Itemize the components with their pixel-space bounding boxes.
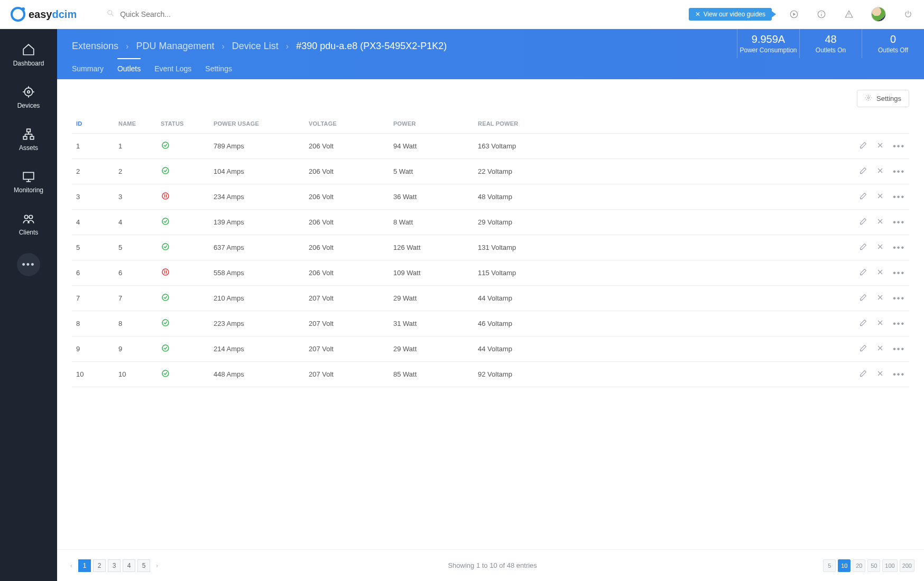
edit-icon[interactable]	[859, 192, 867, 202]
video-guide-label: View our video guides	[704, 11, 765, 18]
edit-icon[interactable]	[859, 141, 867, 151]
search-input[interactable]	[120, 10, 226, 18]
table-row: 22104 Amps206 Volt5 Watt22 Voltamp•••	[72, 159, 909, 184]
breadcrumb-item[interactable]: PDU Management	[136, 41, 214, 52]
tab-event-logs[interactable]: Event Logs	[154, 58, 191, 79]
sidebar-item-dashboard[interactable]: Dashboard	[0, 39, 57, 71]
cell-status	[156, 210, 209, 235]
tab-summary[interactable]: Summary	[72, 58, 104, 79]
delete-icon[interactable]	[876, 268, 884, 278]
more-icon[interactable]: •••	[893, 243, 905, 252]
close-icon[interactable]: ✕	[695, 11, 700, 18]
more-icon[interactable]: •••	[893, 269, 905, 277]
svg-point-27	[29, 215, 33, 219]
more-icon[interactable]: •••	[893, 370, 905, 379]
more-icon[interactable]: •••	[893, 345, 905, 353]
more-icon[interactable]: •••	[893, 218, 905, 227]
page-prev-button[interactable]: ‹	[67, 559, 76, 572]
page-button[interactable]: 5	[137, 559, 150, 572]
sidebar-item-clients[interactable]: Clients	[0, 208, 57, 240]
delete-icon[interactable]	[876, 344, 884, 354]
page-button[interactable]: 3	[108, 559, 121, 572]
cell-value: 2	[72, 159, 114, 184]
alert-icon[interactable]	[844, 9, 854, 20]
edit-icon[interactable]	[859, 344, 867, 354]
page-size-button[interactable]: 50	[867, 559, 880, 572]
info-icon[interactable]	[816, 9, 827, 20]
delete-icon[interactable]	[876, 293, 884, 303]
page-button[interactable]: 4	[123, 559, 135, 572]
delete-icon[interactable]	[876, 166, 884, 176]
breadcrumb-item[interactable]: Extensions	[72, 41, 118, 52]
column-header[interactable]: POWER USAGE	[209, 115, 304, 134]
delete-icon[interactable]	[876, 242, 884, 252]
power-icon[interactable]	[903, 9, 913, 20]
column-header[interactable]: VOLTAGE	[304, 115, 389, 134]
sidebar-item-monitoring[interactable]: Monitoring	[0, 165, 57, 198]
chevron-right-icon: ›	[286, 42, 289, 51]
more-icon[interactable]: •••	[893, 193, 905, 201]
svg-point-51	[162, 294, 169, 301]
column-header[interactable]: REAL POWER	[474, 115, 579, 134]
delete-icon[interactable]	[876, 217, 884, 227]
page-size-button[interactable]: 5	[823, 559, 836, 572]
more-icon[interactable]: •••	[893, 294, 905, 303]
column-header[interactable]: STATUS	[156, 115, 209, 134]
breadcrumb-item[interactable]: Device List	[232, 41, 279, 52]
page-button[interactable]: 2	[93, 559, 106, 572]
sidebar-item-devices[interactable]: Devices	[0, 81, 57, 114]
table-settings-button[interactable]: Settings	[857, 90, 909, 107]
cell-value: 5	[114, 235, 156, 260]
cell-value: 10	[114, 362, 156, 387]
cell-value: 9	[72, 336, 114, 362]
stat-label: Power Consumption	[740, 46, 797, 54]
more-icon[interactable]: •••	[893, 142, 905, 151]
user-avatar[interactable]	[871, 7, 886, 22]
play-icon[interactable]	[789, 9, 799, 20]
chevron-right-icon: ›	[126, 42, 128, 51]
page-size-button[interactable]: 100	[882, 559, 897, 572]
header-stats: 9.959APower Consumption48Outlets On0Outl…	[737, 29, 924, 58]
page-size-button[interactable]: 10	[838, 559, 851, 572]
delete-icon[interactable]	[876, 192, 884, 202]
global-search[interactable]	[106, 9, 244, 20]
tab-bar: SummaryOutletsEvent LogsSettings	[57, 58, 924, 79]
cell-value: 7	[114, 286, 156, 311]
cell-value: 207 Volt	[304, 286, 389, 311]
page-size-button[interactable]: 20	[853, 559, 865, 572]
page-size-button[interactable]: 200	[900, 559, 914, 572]
column-header[interactable]: NAME	[114, 115, 156, 134]
cell-value: 234 Amps	[209, 184, 304, 210]
delete-icon[interactable]	[876, 141, 884, 151]
more-icon[interactable]: •••	[893, 167, 905, 176]
edit-icon[interactable]	[859, 293, 867, 303]
svg-point-10	[24, 88, 32, 96]
edit-icon[interactable]	[859, 268, 867, 278]
sidebar-item-assets[interactable]: Assets	[0, 123, 57, 156]
edit-icon[interactable]	[859, 369, 867, 379]
edit-icon[interactable]	[859, 166, 867, 176]
column-header[interactable]: ID	[72, 115, 114, 134]
more-icon[interactable]: •••	[893, 320, 905, 328]
cell-value: 29 Watt	[389, 286, 474, 311]
page-next-button[interactable]: ›	[152, 559, 162, 572]
page-button[interactable]: 1	[78, 559, 91, 572]
tab-settings[interactable]: Settings	[205, 58, 232, 79]
cell-value: 1	[114, 134, 156, 159]
cell-value: 5 Watt	[389, 159, 474, 184]
video-guide-banner[interactable]: ✕ View our video guides	[689, 8, 772, 21]
edit-icon[interactable]	[859, 242, 867, 252]
edit-icon[interactable]	[859, 217, 867, 227]
delete-icon[interactable]	[876, 369, 884, 379]
sidebar-more-button[interactable]: •••	[17, 253, 40, 276]
svg-point-0	[108, 11, 112, 15]
column-header[interactable]: POWER	[389, 115, 474, 134]
cell-value: 5	[72, 235, 114, 260]
brand-logo[interactable]: easydcim	[11, 7, 77, 22]
delete-icon[interactable]	[876, 318, 884, 329]
status-on-icon	[161, 242, 170, 251]
edit-icon[interactable]	[859, 318, 867, 329]
tab-outlets[interactable]: Outlets	[117, 58, 141, 79]
stat-label: Outlets Off	[878, 46, 908, 54]
status-on-icon	[161, 140, 170, 150]
